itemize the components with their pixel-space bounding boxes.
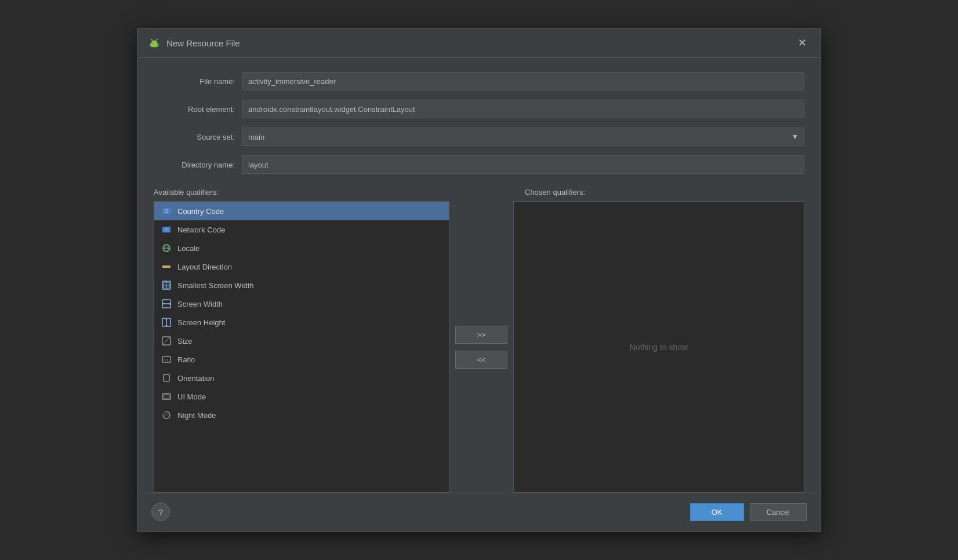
svg-rect-6 xyxy=(158,43,159,46)
svg-point-13 xyxy=(166,229,167,230)
dialog-footer: ? OK Cancel xyxy=(137,493,821,532)
chosen-qualifiers-label: Chosen qualifiers: xyxy=(525,188,585,197)
qualifier-list-item[interactable]: Night Mode xyxy=(154,406,449,424)
qualifier-icon xyxy=(161,410,172,420)
qualifier-list-item[interactable]: Network Code xyxy=(154,220,449,239)
svg-point-10 xyxy=(166,210,167,212)
qualifier-item-label: Size xyxy=(177,337,192,346)
qualifier-icon xyxy=(161,299,172,309)
qualifier-item-label: Locale xyxy=(177,244,199,253)
qualifier-list-item[interactable]: 4:3Ratio xyxy=(154,350,449,369)
file-name-label: File name: xyxy=(154,77,235,86)
directory-name-label: Directory name: xyxy=(154,161,235,169)
remove-qualifier-button[interactable]: << xyxy=(455,351,507,369)
available-qualifiers-label: Available qualifiers: xyxy=(154,188,455,197)
svg-rect-4 xyxy=(151,43,158,47)
qualifier-icon xyxy=(161,243,172,253)
svg-rect-5 xyxy=(150,43,151,46)
qualifier-item-label: Screen Height xyxy=(177,318,225,327)
svg-line-33 xyxy=(162,337,170,345)
new-resource-file-dialog: New Resource File ✕ File name: Root elem… xyxy=(137,28,821,532)
qualifier-item-label: Orientation xyxy=(177,374,215,383)
root-element-input[interactable] xyxy=(242,100,804,118)
directory-name-input[interactable] xyxy=(242,155,804,174)
qualifier-icon xyxy=(161,317,172,328)
cancel-button[interactable]: Cancel xyxy=(750,503,807,521)
qualifiers-header-row: Available qualifiers: Chosen qualifiers: xyxy=(154,188,804,197)
qualifier-item-label: Country Code xyxy=(177,207,224,216)
qualifiers-main: Country CodeNetwork CodeLocaleLayout Dir… xyxy=(154,201,804,493)
file-name-input[interactable] xyxy=(242,72,804,90)
qualifier-item-label: Network Code xyxy=(177,226,225,234)
qualifier-icon xyxy=(161,261,172,272)
source-set-select[interactable]: main xyxy=(242,128,804,146)
qualifier-list-item[interactable]: Smallest Screen Width xyxy=(154,276,449,294)
footer-buttons: OK Cancel xyxy=(690,503,807,521)
qualifier-icon xyxy=(161,224,172,235)
svg-point-40 xyxy=(163,412,168,416)
svg-text:4:3: 4:3 xyxy=(164,358,169,362)
help-button[interactable]: ? xyxy=(151,503,170,521)
qualifier-item-label: UI Mode xyxy=(177,392,206,401)
qualifier-icon: 4:3 xyxy=(161,354,172,365)
svg-marker-19 xyxy=(167,265,169,268)
chosen-qualifiers-panel: Nothing to show xyxy=(513,201,804,493)
qualifier-item-label: Screen Width xyxy=(177,300,223,308)
source-set-row: Source set: main ▼ xyxy=(154,128,804,146)
nothing-to-show-text: Nothing to show xyxy=(630,343,688,352)
svg-line-2 xyxy=(151,39,153,41)
qualifier-list-item[interactable]: Size xyxy=(154,332,449,350)
svg-line-3 xyxy=(157,39,158,41)
source-set-label: Source set: xyxy=(154,133,235,141)
add-qualifier-button[interactable]: >> xyxy=(455,326,507,344)
qualifier-icon xyxy=(161,336,172,346)
qualifier-icon xyxy=(161,206,172,216)
svg-rect-38 xyxy=(164,395,169,398)
source-set-wrapper: main ▼ xyxy=(242,128,804,146)
android-icon xyxy=(148,37,161,49)
root-element-label: Root element: xyxy=(154,105,235,114)
svg-marker-18 xyxy=(164,265,166,268)
qualifier-icon xyxy=(161,373,172,383)
ok-button[interactable]: OK xyxy=(690,503,744,521)
file-name-row: File name: xyxy=(154,72,804,90)
qualifier-item-label: Layout Direction xyxy=(177,263,232,271)
qualifier-list-item[interactable]: Orientation xyxy=(154,369,449,387)
qualifier-list-item[interactable]: Screen Height xyxy=(154,313,449,332)
qualifier-list-item[interactable]: Locale xyxy=(154,239,449,257)
directory-name-row: Directory name: xyxy=(154,155,804,174)
qualifier-icon xyxy=(161,391,172,402)
dialog-title: New Resource File xyxy=(166,38,240,48)
available-qualifiers-list[interactable]: Country CodeNetwork CodeLocaleLayout Dir… xyxy=(154,201,449,493)
qualifier-list-item[interactable]: Screen Width xyxy=(154,294,449,313)
root-element-row: Root element: xyxy=(154,100,804,118)
qualifier-list-item[interactable]: Country Code xyxy=(154,202,449,220)
qualifier-item-label: Night Mode xyxy=(177,411,216,420)
form-area: File name: Root element: Source set: mai… xyxy=(137,58,821,183)
close-button[interactable]: ✕ xyxy=(794,37,810,49)
qualifier-item-label: Ratio xyxy=(177,355,195,364)
title-bar: New Resource File ✕ xyxy=(137,28,821,58)
qualifier-list-item[interactable]: UI Mode xyxy=(154,387,449,406)
svg-rect-36 xyxy=(164,374,169,381)
qualifier-icon xyxy=(161,280,172,290)
qualifier-list-item[interactable]: Layout Direction xyxy=(154,257,449,276)
qualifiers-section: Available qualifiers: Chosen qualifiers:… xyxy=(137,183,821,493)
qualifier-buttons-column: >> << xyxy=(449,201,513,493)
title-bar-left: New Resource File xyxy=(148,37,240,49)
qualifier-item-label: Smallest Screen Width xyxy=(177,281,254,290)
